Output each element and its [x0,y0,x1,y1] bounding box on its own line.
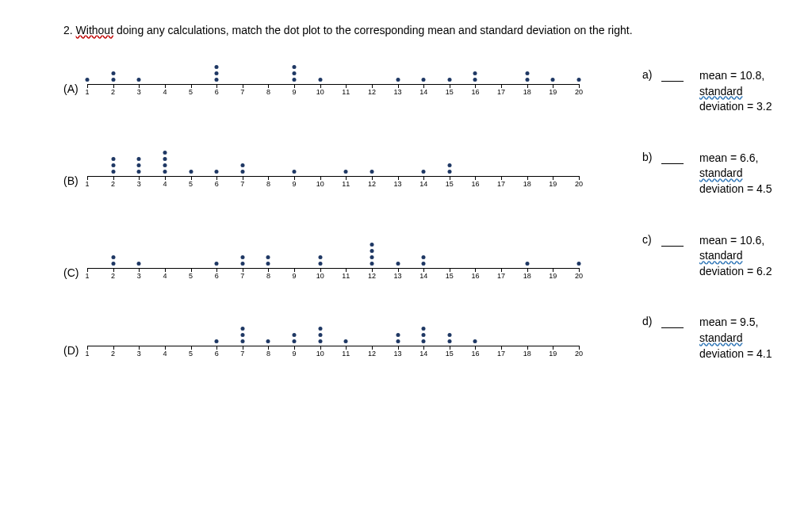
axis-tick-label: 16 [471,88,479,96]
answer-sd: standard deviation = 6.2 [699,248,780,279]
data-dot [473,71,477,75]
axis-tick-label: 5 [189,88,193,96]
axis-tick-label: 19 [549,272,557,280]
axis-tick-label: 19 [549,180,557,188]
question-rest: doing any calculations, match the dot pl… [113,24,633,36]
question-prefix: 2. [63,24,76,36]
data-dot [266,262,270,266]
answer-sd-rest: deviation = 3.2 [699,100,772,113]
data-dot [293,339,297,343]
axis-tick-label: 6 [215,180,219,188]
axis-tick-label: 14 [419,88,427,96]
data-dot [396,78,400,82]
data-dot [396,339,400,343]
answer-mean: mean = 10.6, [699,233,780,249]
data-dot [293,65,297,69]
axis-tick-label: 15 [446,350,454,358]
axis-tick-label: 9 [293,88,297,96]
data-dot [473,339,477,343]
data-dot [422,170,426,174]
axis-tick-label: 8 [266,272,270,280]
data-dot [163,157,167,161]
answer-option: a)mean = 10.8,standard deviation = 3.2 [642,68,780,115]
answer-sd: standard deviation = 4.1 [699,331,780,362]
data-dot [240,327,244,331]
data-dot [86,78,90,82]
data-dot [293,71,297,75]
data-dot [447,333,451,337]
data-dot [525,78,529,82]
data-dot [215,170,219,174]
data-dot [422,78,426,82]
axis-tick-label: 13 [394,350,402,358]
axis-tick-label: 18 [523,88,531,96]
axis-tick-label: 10 [316,350,324,358]
data-dot [189,170,193,174]
axis-tick-label: 11 [342,88,350,96]
axis-tick-label: 17 [497,180,505,188]
data-dot [422,339,426,343]
data-dot [111,71,115,75]
answer-mean: mean = 9.5, [699,315,780,331]
axis-tick-label: 13 [394,272,402,280]
axis-tick-label: 16 [471,350,479,358]
axis-tick-label: 12 [368,180,376,188]
data-dot [240,262,244,266]
axis-tick-label: 6 [215,272,219,280]
axis-tick-label: 1 [85,350,89,358]
answer-blank[interactable] [661,70,684,82]
question-emphasis: Without [76,24,113,36]
data-dot [422,262,426,266]
axis-tick-label: 2 [111,88,115,96]
axis-tick-label: 20 [575,350,583,358]
axis-tick-label: 5 [189,350,193,358]
axis-tick-label: 11 [342,272,350,280]
data-dot [422,333,426,337]
data-dot [240,255,244,259]
axis-tick-label: 16 [471,180,479,188]
data-dot [111,78,115,82]
axis-tick-label: 1 [85,88,89,96]
data-dot [111,255,115,259]
answer-blank[interactable] [661,235,684,247]
data-dot [344,339,348,343]
answer-sd-rest: deviation = 4.1 [699,347,772,360]
axis-tick-label: 10 [316,180,324,188]
axis-tick-label: 11 [342,350,350,358]
data-dot [266,339,270,343]
data-dot [318,333,322,337]
data-dot [396,262,400,266]
data-dot [215,339,219,343]
dotplot-row: (B)1234567891011121314151617181920 [63,146,603,190]
axis-tick-label: 4 [163,88,167,96]
axis-line [87,346,579,346]
data-dot [318,255,322,259]
dotplot: 1234567891011121314151617181920 [87,238,579,282]
data-dot [111,163,115,167]
axis-tick-label: 8 [266,88,270,96]
data-dot [111,262,115,266]
axis-tick-label: 11 [342,180,350,188]
answer-blank[interactable] [661,152,684,164]
data-dot [163,151,167,155]
answer-blank[interactable] [661,316,684,328]
plots-column: (A)1234567891011121314151617181920(B)123… [63,60,603,400]
data-dot [577,78,581,82]
answer-label: a) [642,68,661,81]
axis-tick-label: 17 [497,350,505,358]
data-dot [111,170,115,174]
axis-tick-label: 17 [497,272,505,280]
answer-sd-word: standard [699,85,742,98]
data-dot [370,170,373,174]
data-dot [163,170,167,174]
axis-tick-label: 5 [189,180,193,188]
data-dot [525,71,529,75]
answer-sd: standard deviation = 3.2 [699,84,780,115]
axis-tick-label: 6 [215,350,219,358]
data-dot [370,249,373,253]
answer-sd-word: standard [699,331,742,344]
axis-line [87,176,579,177]
data-dot [240,333,244,337]
data-dot [293,78,297,82]
dotplot: 1234567891011121314151617181920 [87,322,579,360]
